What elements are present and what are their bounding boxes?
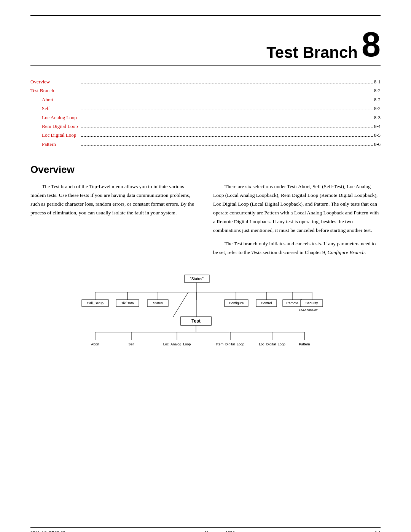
toc-label[interactable]: Overview <box>30 77 80 86</box>
toc-label[interactable]: Loc Analog Loop <box>30 113 80 122</box>
col-left-p1: The Test branch of the Top-Level menu al… <box>30 182 198 217</box>
toc-row: Pattern8-6 <box>30 140 381 149</box>
svg-text:Loc_Digital_Loop: Loc_Digital_Loop <box>259 342 285 346</box>
chapter-header: Test Branch 8 <box>30 16 381 66</box>
footer-center: November 1996 <box>205 530 235 532</box>
toc-page: 8-2 <box>374 104 381 113</box>
svg-text:Rem_Digital_Loop: Rem_Digital_Loop <box>216 342 244 346</box>
diagram-container: "Status" Call_Setup Tik/Data Status <box>72 273 339 374</box>
toc-page: 8-2 <box>374 86 381 95</box>
toc-page: 8-4 <box>374 122 381 131</box>
toc-row: Loc Digital Loop8-5 <box>30 131 381 139</box>
svg-text:Call_Setup: Call_Setup <box>87 301 104 305</box>
svg-text:Self: Self <box>128 342 134 346</box>
svg-text:Status: Status <box>153 301 163 305</box>
toc-dots <box>81 110 373 110</box>
toc-label[interactable]: Pattern <box>30 140 80 149</box>
toc-row: Overview8-1 <box>30 77 381 86</box>
svg-line-14 <box>173 292 188 317</box>
toc-row: Test Branch8-2 <box>30 86 381 95</box>
toc-page: 8-6 <box>374 140 381 149</box>
toc-dots <box>81 83 373 83</box>
toc-label[interactable]: Abort <box>30 95 80 104</box>
toc-page: 8-3 <box>374 113 381 122</box>
col-right-p1: There are six selections under Test: Abo… <box>213 182 381 235</box>
chapter-title: Test Branch <box>266 43 358 62</box>
toc-row: Self8-2 <box>30 104 381 113</box>
toc-row: Rem Digital Loop8-4 <box>30 122 381 131</box>
toc-label[interactable]: Rem Digital Loop <box>30 122 80 131</box>
toc-row: Loc Analog Loop8-3 <box>30 113 381 122</box>
svg-text:"Status": "Status" <box>190 277 204 281</box>
toc-row: Abort8-2 <box>30 95 381 104</box>
toc-dots <box>81 136 373 137</box>
toc-page: 8-1 <box>374 77 381 86</box>
chapter-number: 8 <box>362 27 381 62</box>
toc-label[interactable]: Self <box>30 104 80 113</box>
page: Test Branch 8 Overview8-1Test Branch8-2A… <box>0 15 411 532</box>
svg-text:Configure: Configure <box>229 301 244 305</box>
svg-text:494-13087-02: 494-13087-02 <box>299 308 318 312</box>
svg-text:Abort: Abort <box>91 342 99 346</box>
svg-text:Security: Security <box>306 301 318 305</box>
toc-table: Overview8-1Test Branch8-2Abort8-2Self8-2… <box>30 77 381 149</box>
col-right: There are six selections under Test: Abo… <box>213 182 381 262</box>
toc-page: 8-5 <box>374 131 381 139</box>
toc-page: 8-2 <box>374 95 381 104</box>
svg-text:Test: Test <box>191 318 201 324</box>
footer: 3810-A2-GB30-20 November 1996 8-1 <box>30 527 381 532</box>
toc-dots <box>81 101 373 101</box>
toc-dots <box>81 145 373 146</box>
toc-dots <box>81 128 373 128</box>
footer-left: 3810-A2-GB30-20 <box>30 530 65 532</box>
svg-text:Tik/Data: Tik/Data <box>121 301 134 305</box>
toc-label[interactable]: Test Branch <box>30 86 80 95</box>
svg-text:Remote: Remote <box>286 301 298 305</box>
col-right-p2: The Test branch only initiates and cance… <box>213 240 381 257</box>
overview-columns: The Test branch of the Top-Level menu al… <box>30 182 381 262</box>
col-left: The Test branch of the Top-Level menu al… <box>30 182 198 262</box>
toc-dots <box>81 92 373 92</box>
footer-right: 8-1 <box>374 530 381 532</box>
diagram-svg: "Status" Call_Setup Tik/Data Status <box>72 273 339 372</box>
svg-text:Loc_Analog_Loop: Loc_Analog_Loop <box>163 342 191 346</box>
toc-dots <box>81 119 373 119</box>
overview-heading: Overview <box>30 164 381 176</box>
svg-text:Control: Control <box>261 301 272 305</box>
toc-label[interactable]: Loc Digital Loop <box>30 131 80 139</box>
svg-text:Pattern: Pattern <box>299 342 310 346</box>
